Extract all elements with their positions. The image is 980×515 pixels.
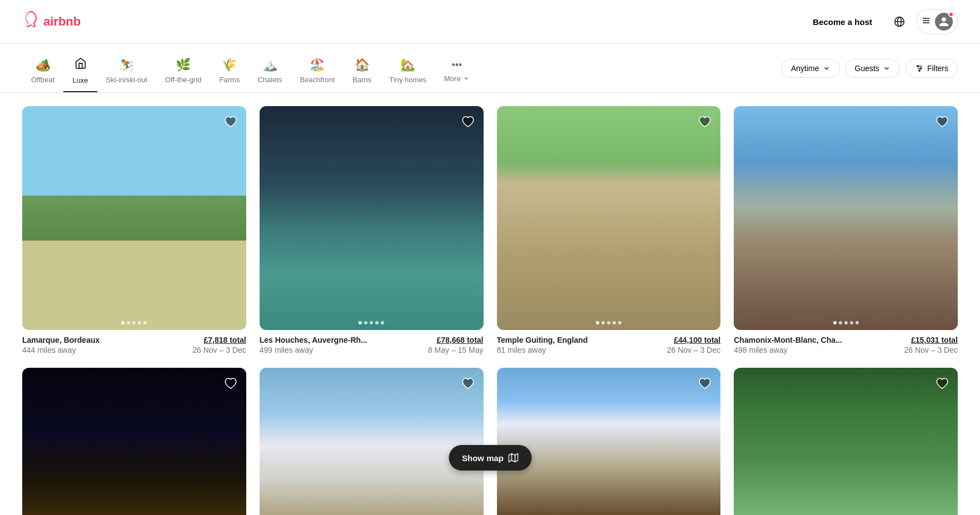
listing-card[interactable]: Chamonix-Mont-Blanc, Cha... £15,031 tota… bbox=[734, 106, 958, 354]
listing-title-row: Chamonix-Mont-Blanc, Cha... £15,031 tota… bbox=[734, 336, 958, 344]
listing-card[interactable]: Megève, Auvergne-Rhône... £12,450 total … bbox=[22, 368, 246, 515]
listing-price: £78,668 total bbox=[436, 336, 483, 344]
listing-card[interactable]: Morzine, Auvergne-Rhône... £22,100 total… bbox=[497, 368, 721, 515]
ski-icon: ⛷️ bbox=[119, 58, 134, 72]
header-right: Become a host bbox=[803, 9, 958, 34]
category-chalets[interactable]: 🏔️ Chalets bbox=[248, 51, 291, 92]
listing-card[interactable]: Verbier, Valais £18,900 total 536 miles … bbox=[734, 368, 958, 515]
listing-distance: 498 miles away bbox=[734, 346, 788, 354]
carousel-dots bbox=[833, 321, 859, 324]
category-luxe[interactable]: Luxe bbox=[63, 51, 97, 92]
listing-card[interactable]: Lamarque, Bordeaux £7,818 total 444 mile… bbox=[22, 106, 246, 354]
wishlist-button[interactable] bbox=[459, 113, 477, 131]
listing-distance: 444 miles away bbox=[22, 346, 76, 354]
guests-button[interactable]: Guests bbox=[845, 59, 900, 78]
more-icon: ••• bbox=[451, 59, 462, 71]
carousel-dot bbox=[143, 321, 147, 324]
offbeat-icon: 🏕️ bbox=[36, 58, 51, 72]
carousel-dots bbox=[359, 321, 384, 324]
listing-photo bbox=[22, 106, 246, 330]
category-more-label: More bbox=[444, 74, 470, 83]
carousel-dots bbox=[596, 321, 621, 324]
filters-icon bbox=[915, 64, 924, 73]
wishlist-button[interactable] bbox=[222, 374, 240, 392]
listing-price: £15,031 total bbox=[911, 336, 958, 344]
svg-point-10 bbox=[920, 67, 922, 69]
off-grid-icon: 🌿 bbox=[176, 58, 191, 72]
listing-title-row: Temple Guiting, England £44,100 total bbox=[497, 336, 721, 344]
category-off-grid[interactable]: 🌿 Off-the-grid bbox=[156, 51, 211, 92]
carousel-dot bbox=[618, 321, 621, 324]
become-host-button[interactable]: Become a host bbox=[803, 12, 882, 32]
category-more[interactable]: ••• More bbox=[435, 53, 479, 91]
svg-point-9 bbox=[917, 65, 919, 67]
carousel-dot bbox=[833, 321, 837, 324]
carousel-dot bbox=[121, 321, 125, 324]
listing-sub-row: 81 miles away 26 Nov – 3 Dec bbox=[497, 346, 721, 354]
wishlist-button[interactable] bbox=[459, 374, 477, 392]
filters-button[interactable]: Filters bbox=[906, 59, 958, 78]
carousel-dot bbox=[127, 321, 130, 324]
category-farms[interactable]: 🌾 Farms bbox=[211, 51, 249, 92]
category-nav: 🏕️ Offbeat Luxe ⛷️ Ski-in/ski-out 🌿 Off-… bbox=[0, 44, 980, 93]
category-ski[interactable]: ⛷️ Ski-in/ski-out bbox=[97, 51, 156, 92]
carousel-dot bbox=[601, 321, 605, 324]
carousel-dot bbox=[364, 321, 367, 324]
listing-image-wrap bbox=[260, 106, 484, 330]
category-chalets-label: Chalets bbox=[257, 76, 282, 84]
svg-marker-12 bbox=[509, 454, 518, 462]
carousel-dot bbox=[850, 321, 853, 324]
show-map-button[interactable]: Show map bbox=[449, 445, 531, 471]
listing-title-row: Lamarque, Bordeaux £7,818 total bbox=[22, 336, 246, 344]
listing-image-wrap bbox=[22, 368, 246, 515]
listing-card[interactable]: Samoëns, Auvergne-Rhône... £9,870 total … bbox=[260, 368, 484, 515]
globe-icon bbox=[894, 16, 905, 27]
wishlist-button[interactable] bbox=[696, 374, 714, 392]
wishlist-button[interactable] bbox=[933, 113, 951, 131]
listing-photo bbox=[22, 368, 246, 515]
listing-photo bbox=[260, 368, 484, 515]
wishlist-button[interactable] bbox=[696, 113, 714, 131]
show-map-label: Show map bbox=[462, 453, 504, 463]
carousel-dots bbox=[121, 321, 147, 324]
category-ski-label: Ski-in/ski-out bbox=[106, 76, 147, 84]
listing-image-wrap bbox=[734, 368, 958, 515]
guests-label: Guests bbox=[855, 64, 879, 73]
hamburger-icon bbox=[922, 16, 931, 27]
listing-card[interactable]: Temple Guiting, England £44,100 total 81… bbox=[497, 106, 721, 354]
anytime-chevron-icon bbox=[823, 64, 830, 72]
carousel-dot bbox=[844, 321, 848, 324]
listing-card[interactable]: Les Houches, Auvergne-Rh... £78,668 tota… bbox=[260, 106, 484, 354]
listing-sub-row: 444 miles away 26 Nov – 3 Dec bbox=[22, 346, 246, 354]
listing-image-wrap bbox=[497, 106, 721, 330]
map-icon bbox=[508, 453, 518, 463]
logo[interactable]: airbnb bbox=[22, 11, 81, 33]
category-offbeat[interactable]: 🏕️ Offbeat bbox=[22, 51, 63, 92]
category-farms-label: Farms bbox=[220, 76, 240, 84]
listing-image-wrap bbox=[497, 368, 721, 515]
listing-photo bbox=[734, 368, 958, 515]
globe-button[interactable] bbox=[889, 11, 910, 32]
category-beachfront[interactable]: 🏖️ Beachfront bbox=[291, 51, 344, 92]
avatar bbox=[935, 13, 953, 31]
carousel-dot bbox=[370, 321, 373, 324]
user-menu[interactable] bbox=[917, 9, 958, 34]
category-tiny-homes[interactable]: 🏡 Tiny homes bbox=[380, 51, 435, 92]
category-luxe-label: Luxe bbox=[72, 76, 88, 84]
wishlist-button[interactable] bbox=[933, 374, 951, 392]
listing-distance: 81 miles away bbox=[497, 346, 546, 354]
category-barns[interactable]: 🏠 Barns bbox=[344, 51, 380, 92]
carousel-dot bbox=[381, 321, 384, 324]
carousel-dot bbox=[596, 321, 599, 324]
nav-controls: Anytime Guests Filters bbox=[782, 59, 958, 84]
carousel-dot bbox=[375, 321, 379, 324]
listing-distance: 499 miles away bbox=[260, 346, 314, 354]
wishlist-button[interactable] bbox=[222, 113, 240, 131]
listing-info: Les Houches, Auvergne-Rh... £78,668 tota… bbox=[260, 330, 484, 354]
anytime-button[interactable]: Anytime bbox=[782, 59, 840, 78]
listing-dates: 26 Nov – 3 Dec bbox=[192, 346, 246, 354]
listing-dates: 26 Nov – 3 Dec bbox=[904, 346, 958, 354]
carousel-dot bbox=[138, 321, 141, 324]
category-off-grid-label: Off-the-grid bbox=[165, 76, 202, 84]
tiny-homes-icon: 🏡 bbox=[400, 58, 415, 72]
